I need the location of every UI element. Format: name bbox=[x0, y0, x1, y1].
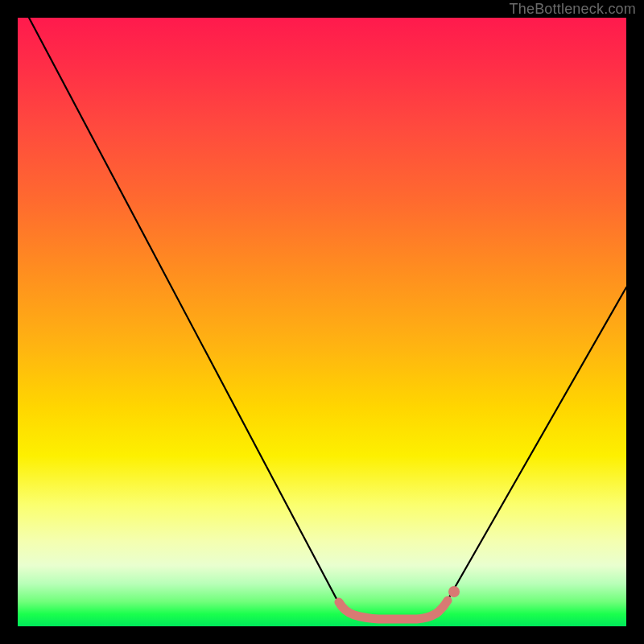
minimum-marker bbox=[339, 601, 448, 619]
chart-frame: TheBottleneck.com bbox=[0, 0, 644, 644]
marker-end-dot bbox=[448, 586, 460, 597]
plot-area bbox=[18, 18, 626, 626]
bottleneck-curve bbox=[18, 18, 626, 626]
curve-path bbox=[29, 18, 626, 618]
watermark-text: TheBottleneck.com bbox=[510, 1, 636, 18]
